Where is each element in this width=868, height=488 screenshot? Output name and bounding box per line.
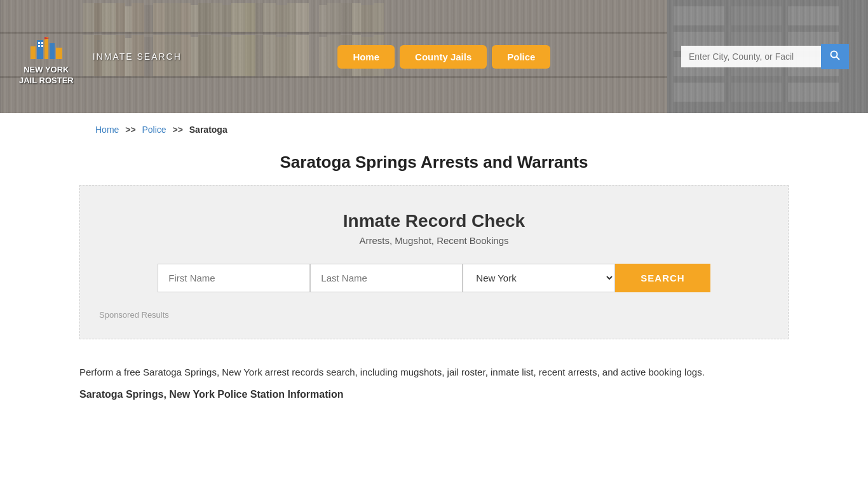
svg-rect-75 bbox=[31, 46, 36, 59]
main-heading-1: Saratoga Springs, New York Police Statio… bbox=[79, 389, 789, 400]
last-name-input[interactable] bbox=[310, 264, 463, 292]
header-search-area bbox=[681, 44, 849, 69]
logo-icon bbox=[27, 27, 65, 62]
breadcrumb-sep1: >> bbox=[125, 125, 135, 135]
svg-line-86 bbox=[837, 57, 840, 60]
svg-rect-77 bbox=[44, 37, 48, 59]
state-select[interactable]: New York Alabama Alaska Arizona Arkansas… bbox=[463, 264, 615, 292]
nav-home[interactable]: Home bbox=[337, 45, 395, 69]
svg-rect-84 bbox=[41, 45, 43, 47]
site-logo[interactable]: NEW YORK JAIL ROSTER bbox=[19, 27, 74, 86]
breadcrumb-home[interactable]: Home bbox=[95, 125, 119, 135]
search-submit-button[interactable]: SEARCH bbox=[615, 264, 710, 292]
main-nav: Home County Jails Police bbox=[207, 45, 681, 69]
svg-rect-81 bbox=[38, 42, 40, 44]
page-title: Saratoga Springs Arrests and Warrants bbox=[0, 146, 868, 185]
breadcrumb: Home >> Police >> Saratoga bbox=[0, 113, 868, 146]
site-header: NEW YORK JAIL ROSTER INMATE SEARCH Home … bbox=[0, 0, 868, 113]
main-paragraph-1: Perform a free Saratoga Springs, New Yor… bbox=[79, 365, 789, 380]
first-name-input[interactable] bbox=[158, 264, 310, 292]
search-icon bbox=[830, 50, 840, 60]
inmate-search-label: INMATE SEARCH bbox=[93, 51, 182, 62]
svg-rect-78 bbox=[50, 43, 55, 59]
inmate-record-subtitle: Arrests, Mugshot, Recent Bookings bbox=[99, 235, 769, 246]
header-search-input[interactable] bbox=[681, 46, 821, 67]
nav-police[interactable]: Police bbox=[492, 45, 550, 69]
logo-text: NEW YORK JAIL ROSTER bbox=[19, 65, 74, 86]
svg-point-85 bbox=[831, 51, 837, 58]
breadcrumb-police[interactable]: Police bbox=[142, 125, 166, 135]
sponsored-label: Sponsored Results bbox=[99, 310, 769, 320]
search-form-row: New York Alabama Alaska Arizona Arkansas… bbox=[99, 264, 769, 292]
main-content: Perform a free Saratoga Springs, New Yor… bbox=[0, 358, 868, 423]
inmate-record-check-box: Inmate Record Check Arrests, Mugshot, Re… bbox=[79, 185, 789, 339]
header-search-button[interactable] bbox=[821, 44, 849, 69]
header-content: NEW YORK JAIL ROSTER INMATE SEARCH Home … bbox=[0, 0, 868, 113]
svg-rect-82 bbox=[41, 42, 43, 44]
svg-rect-83 bbox=[38, 45, 40, 47]
breadcrumb-sep2: >> bbox=[173, 125, 183, 135]
inmate-record-title: Inmate Record Check bbox=[99, 211, 769, 231]
nav-county-jails[interactable]: County Jails bbox=[400, 45, 487, 69]
breadcrumb-current: Saratoga bbox=[189, 125, 227, 135]
svg-rect-79 bbox=[56, 48, 62, 59]
